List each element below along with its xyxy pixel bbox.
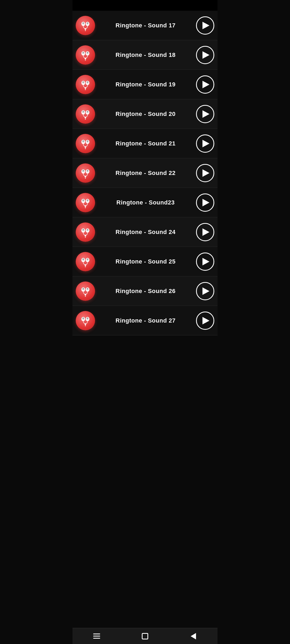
ringtone-label: Ringtone - Sound 26	[95, 288, 196, 295]
list-item: Ringtone - Sound 22	[73, 158, 218, 188]
list-item: Ringtone - Sound 17	[73, 11, 218, 40]
play-button[interactable]	[196, 193, 214, 212]
play-triangle-icon	[202, 199, 209, 206]
play-button[interactable]	[196, 16, 214, 35]
list-item: Ringtone - Sound 24	[73, 217, 218, 247]
svg-rect-87	[85, 325, 86, 326]
play-triangle-icon	[202, 228, 209, 236]
menu-icon[interactable]	[91, 630, 103, 642]
earbuds-icon	[76, 163, 95, 183]
earbuds-icon	[76, 193, 95, 212]
svg-rect-23	[85, 89, 86, 90]
back-arrow-icon	[191, 633, 196, 639]
list-item: Ringtone - Sound23	[73, 188, 218, 217]
play-triangle-icon	[202, 110, 209, 118]
svg-point-69	[87, 259, 88, 260]
svg-point-77	[87, 288, 88, 289]
svg-point-42	[83, 170, 84, 171]
svg-rect-7	[85, 30, 86, 31]
svg-rect-71	[85, 266, 86, 267]
play-button[interactable]	[196, 75, 214, 94]
earbuds-icon	[76, 75, 95, 94]
play-button[interactable]	[196, 134, 214, 153]
ringtone-label: Ringtone - Sound 25	[95, 258, 196, 265]
svg-rect-15	[85, 59, 86, 61]
list-item: Ringtone - Sound 26	[73, 276, 218, 306]
earbuds-icon	[76, 311, 95, 330]
svg-point-46	[85, 176, 86, 177]
earbuds-icon	[76, 134, 95, 153]
earbuds-icon	[76, 252, 95, 271]
play-button[interactable]	[196, 164, 214, 182]
svg-rect-55	[85, 207, 86, 208]
play-button[interactable]	[196, 282, 214, 300]
earbuds-icon	[76, 45, 95, 65]
earbuds-icon	[76, 104, 95, 124]
earbuds-icon	[76, 281, 95, 301]
svg-point-62	[85, 235, 86, 236]
status-bar	[73, 0, 218, 11]
ringtone-list: Ringtone - Sound 17	[73, 11, 218, 628]
ringtone-label: Ringtone - Sound 24	[95, 229, 196, 236]
home-icon[interactable]	[139, 630, 151, 642]
ringtone-label: Ringtone - Sound 21	[95, 140, 196, 147]
list-item: Ringtone - Sound 21	[73, 129, 218, 158]
list-item: Ringtone - Sound 25	[73, 247, 218, 276]
svg-point-78	[85, 294, 86, 295]
svg-point-82	[83, 318, 84, 319]
svg-point-37	[87, 141, 88, 142]
play-button[interactable]	[196, 105, 214, 123]
back-icon[interactable]	[187, 630, 199, 642]
play-triangle-icon	[202, 317, 209, 324]
svg-point-30	[85, 117, 86, 118]
svg-point-18	[83, 82, 84, 83]
ringtone-label: Ringtone - Sound23	[95, 199, 196, 206]
svg-point-34	[83, 141, 84, 142]
ringtone-label: Ringtone - Sound 27	[95, 317, 196, 324]
play-triangle-icon	[202, 169, 209, 177]
list-item: Ringtone - Sound 19	[73, 70, 218, 99]
ringtone-label: Ringtone - Sound 22	[95, 170, 196, 177]
play-button[interactable]	[196, 253, 214, 271]
play-triangle-icon	[202, 287, 209, 295]
svg-point-26	[83, 111, 84, 112]
earbuds-icon	[76, 222, 95, 242]
ringtone-label: Ringtone - Sound 19	[95, 81, 196, 88]
svg-rect-79	[85, 295, 86, 297]
svg-point-13	[87, 52, 88, 53]
svg-point-70	[85, 264, 86, 266]
square-icon	[142, 633, 148, 639]
play-triangle-icon	[202, 81, 209, 88]
earbuds-icon	[76, 16, 95, 35]
hamburger-icon	[93, 634, 100, 639]
list-item: Ringtone - Sound 18	[73, 40, 218, 70]
bottom-navigation	[73, 628, 218, 644]
play-button[interactable]	[196, 46, 214, 64]
svg-point-6	[85, 28, 86, 30]
play-button[interactable]	[196, 312, 214, 330]
svg-point-54	[85, 205, 86, 207]
svg-point-14	[85, 58, 86, 59]
svg-point-61	[87, 229, 88, 230]
svg-point-53	[87, 200, 88, 201]
svg-point-66	[83, 259, 84, 260]
svg-point-29	[87, 111, 88, 112]
svg-rect-47	[85, 177, 86, 179]
ringtone-label: Ringtone - Sound 18	[95, 52, 196, 58]
svg-point-74	[83, 288, 84, 289]
play-button[interactable]	[196, 223, 214, 241]
play-triangle-icon	[202, 140, 209, 147]
svg-point-21	[87, 82, 88, 83]
list-item: Ringtone - Sound 20	[73, 99, 218, 129]
list-item: Ringtone - Sound 27	[73, 306, 218, 335]
svg-point-86	[85, 323, 86, 325]
play-triangle-icon	[202, 22, 209, 29]
svg-point-58	[83, 229, 84, 230]
svg-point-38	[85, 146, 86, 148]
ringtone-label: Ringtone - Sound 17	[95, 22, 196, 29]
svg-point-85	[87, 318, 88, 319]
play-triangle-icon	[202, 258, 209, 265]
svg-rect-31	[85, 118, 86, 120]
svg-rect-63	[85, 236, 86, 238]
svg-point-2	[83, 23, 84, 24]
